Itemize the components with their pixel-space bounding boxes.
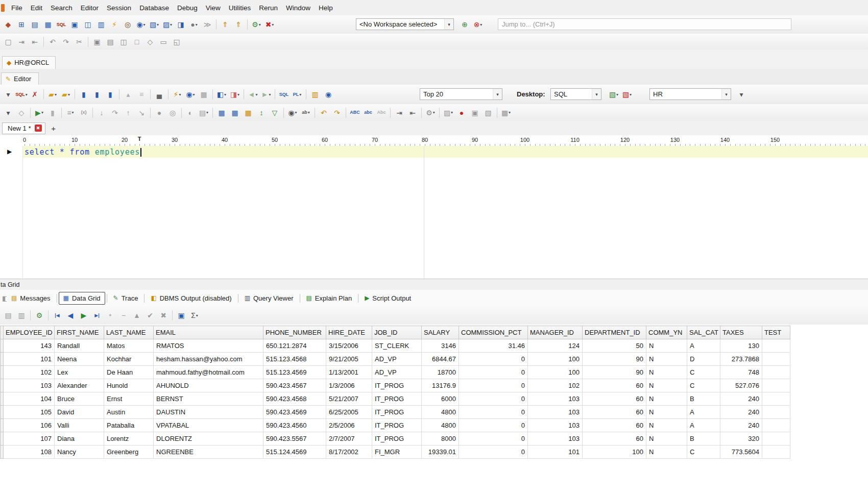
object-browser-button[interactable]: ⊞ bbox=[15, 18, 28, 31]
zoom-button[interactable]: ◉ bbox=[322, 88, 334, 101]
cell-email[interactable]: BERNST bbox=[154, 392, 263, 406]
cell-employee-id[interactable]: 104 bbox=[4, 392, 55, 406]
cell-salary[interactable]: 4800 bbox=[422, 419, 459, 432]
cell-phone-number[interactable]: 590.423.4569 bbox=[263, 406, 326, 419]
cell-phone-number[interactable]: 650.121.2874 bbox=[263, 339, 326, 353]
connect-button[interactable]: ◆ bbox=[2, 18, 14, 31]
uppercase-button[interactable]: ABC bbox=[349, 107, 361, 119]
cell-salary[interactable]: 6000 bbox=[422, 392, 459, 406]
cell-commission-pct[interactable]: 0 bbox=[459, 379, 528, 392]
save-button[interactable]: ▮ bbox=[78, 88, 90, 101]
cell-salary[interactable]: 8000 bbox=[422, 432, 459, 445]
window-new-button[interactable]: ▧▾ bbox=[148, 18, 160, 31]
cell-phone-number[interactable]: 515.123.4569 bbox=[263, 366, 326, 379]
cell-department-id[interactable]: 50 bbox=[583, 339, 646, 353]
initcaps-button[interactable]: Abc bbox=[375, 107, 388, 119]
menu-search[interactable]: Search bbox=[46, 2, 77, 14]
cell-first-name[interactable]: Randall bbox=[55, 339, 104, 353]
rows-limit-select[interactable]: Top 20 ▾ bbox=[420, 88, 502, 100]
cell-department-id[interactable]: 60 bbox=[583, 432, 646, 445]
cell-taxes[interactable]: 130 bbox=[720, 339, 762, 353]
cell-email[interactable]: DLORENTZ bbox=[154, 432, 263, 445]
cell-employee-id[interactable]: 101 bbox=[4, 353, 55, 366]
cell-commission-pct[interactable]: 0 bbox=[459, 353, 528, 366]
menu-utilities[interactable]: Utilities bbox=[225, 2, 255, 14]
insert-record-button[interactable]: + bbox=[104, 309, 116, 321]
clear-window-button[interactable]: ✗ bbox=[29, 88, 41, 101]
search-editor-button[interactable]: ◉▾ bbox=[184, 88, 197, 101]
cell-department-id[interactable]: 60 bbox=[583, 379, 646, 392]
cell-commission-pct[interactable]: 31.46 bbox=[459, 339, 528, 353]
select-block-button[interactable]: □ bbox=[131, 36, 143, 48]
cell-manager-id[interactable]: 103 bbox=[528, 406, 583, 419]
menu-debug[interactable]: Debug bbox=[173, 2, 202, 14]
cell-department-id[interactable]: 60 bbox=[583, 392, 646, 406]
cell-comm-yn[interactable]: N bbox=[646, 419, 687, 432]
undo-button[interactable]: ↶ bbox=[46, 36, 59, 48]
add-tab-button[interactable]: + bbox=[49, 123, 59, 133]
break-button[interactable]: ▮ bbox=[46, 107, 59, 119]
column-header-first-name[interactable]: FIRST_NAME bbox=[55, 326, 104, 339]
navigate-back-button[interactable]: ◄▾ bbox=[247, 88, 259, 101]
cell-last-name[interactable]: Hunold bbox=[104, 379, 154, 392]
cell-first-name[interactable]: Diana bbox=[55, 432, 104, 445]
filter-results-button[interactable]: ▽ bbox=[269, 107, 281, 119]
cell-job-id[interactable]: IT_PROG bbox=[372, 379, 422, 392]
cell-last-name[interactable]: Austin bbox=[104, 406, 154, 419]
menu-database[interactable]: Database bbox=[135, 2, 173, 14]
watch-button[interactable]: ◎ bbox=[166, 107, 179, 119]
column-header-commission-pct[interactable]: COMMISSION_PCT bbox=[459, 326, 528, 339]
cell-hire-date[interactable]: 9/21/2005 bbox=[326, 353, 372, 366]
cell-first-name[interactable]: Bruce bbox=[55, 392, 104, 406]
execute-file-button[interactable]: ⚡▾ bbox=[171, 88, 183, 101]
schema-list-button[interactable]: ▾ bbox=[735, 88, 748, 101]
cell-department-id[interactable]: 100 bbox=[583, 445, 646, 459]
cell-commission-pct[interactable]: 0 bbox=[459, 366, 528, 379]
grid-export-button[interactable]: ⚙ bbox=[33, 309, 45, 321]
first-record-button[interactable]: |◀ bbox=[51, 309, 63, 321]
cell-first-name[interactable]: Lex bbox=[55, 366, 104, 379]
menu-file[interactable]: File bbox=[7, 2, 27, 14]
cell-email[interactable]: RMATOS bbox=[154, 339, 263, 353]
cell-employee-id[interactable]: 143 bbox=[4, 339, 55, 353]
cell-test[interactable] bbox=[762, 379, 790, 392]
window-split-button[interactable]: ◨ bbox=[175, 18, 187, 31]
cell-first-name[interactable]: Neena bbox=[55, 353, 104, 366]
cell-job-id[interactable]: IT_PROG bbox=[372, 419, 422, 432]
indent-block-button[interactable]: ⇥ bbox=[393, 107, 405, 119]
desktop-select[interactable]: SQL ▾ bbox=[550, 88, 601, 100]
link-window-button[interactable]: ▭ bbox=[157, 36, 170, 48]
column-header-email[interactable]: EMAIL bbox=[154, 326, 263, 339]
cell-email[interactable]: mahmoud.fathy@hotmail.com bbox=[154, 366, 263, 379]
cell-hire-date[interactable]: 1/3/2006 bbox=[326, 379, 372, 392]
cell-hire-date[interactable]: 1/13/2001 bbox=[326, 366, 372, 379]
redo-button[interactable]: ↷ bbox=[60, 36, 72, 48]
cell-test[interactable] bbox=[762, 406, 790, 419]
compile-button[interactable]: ⚡ bbox=[108, 18, 120, 31]
cell-email[interactable]: DAUSTIN bbox=[154, 406, 263, 419]
comment-toggle-button[interactable]: ▧ bbox=[482, 107, 494, 119]
cell-taxes[interactable]: 320 bbox=[720, 432, 762, 445]
cell-sal-cat[interactable]: A bbox=[687, 419, 720, 432]
cell-taxes[interactable]: 527.076 bbox=[720, 379, 762, 392]
replace-button[interactable]: ab▾ bbox=[300, 107, 312, 119]
cell-employee-id[interactable]: 105 bbox=[4, 406, 55, 419]
dock-button[interactable]: ◱ bbox=[171, 36, 183, 48]
save-all-button[interactable]: ▮ bbox=[104, 88, 116, 101]
cell-hire-date[interactable]: 5/21/2007 bbox=[326, 392, 372, 406]
cell-job-id[interactable]: AD_VP bbox=[372, 366, 422, 379]
cell-manager-id[interactable]: 100 bbox=[528, 366, 583, 379]
column-header-manager-id[interactable]: MANAGER_ID bbox=[528, 326, 583, 339]
cell-job-id[interactable]: AD_VP bbox=[372, 353, 422, 366]
column-header-job-id[interactable]: JOB_ID bbox=[372, 326, 422, 339]
navigate-forward-button[interactable]: ►▾ bbox=[260, 88, 272, 101]
tab-editor[interactable]: ✎ Editor bbox=[1, 72, 39, 85]
grid-copy-button[interactable]: ▤ bbox=[2, 309, 14, 321]
cell-commission-pct[interactable]: 0 bbox=[459, 419, 528, 432]
cell-manager-id[interactable]: 103 bbox=[528, 419, 583, 432]
outdent-block-button[interactable]: ⇤ bbox=[406, 107, 419, 119]
cell-first-name[interactable]: Valli bbox=[55, 419, 104, 432]
overflow-button[interactable]: ▾ bbox=[2, 107, 14, 119]
cell-hire-date[interactable]: 2/7/2007 bbox=[326, 432, 372, 445]
toggle-breakpoint-button[interactable]: ● bbox=[153, 107, 165, 119]
